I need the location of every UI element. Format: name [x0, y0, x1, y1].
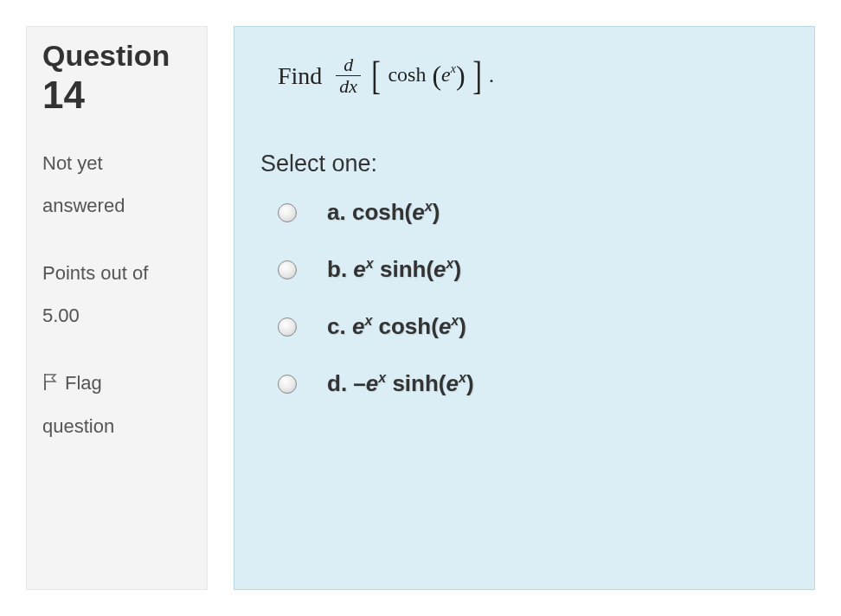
flag-line2: question [42, 415, 114, 437]
inner-base: e [441, 63, 451, 86]
points-line1: Points out of [42, 262, 148, 284]
flag-question-link[interactable]: Flag question [42, 363, 191, 448]
option-b[interactable]: b. ex sinh(ex) [278, 256, 788, 283]
select-one-label: Select one: [260, 151, 788, 177]
question-label: Question [42, 40, 191, 72]
option-d-text: d. –ex sinh(ex) [327, 370, 474, 397]
flag-icon [42, 364, 60, 406]
option-c[interactable]: c. ex cosh(ex) [278, 313, 788, 340]
question-number: 14 [42, 74, 191, 117]
points-info: Points out of 5.00 [42, 253, 191, 337]
function-name: cosh [388, 63, 426, 86]
option-c-text: c. ex cosh(ex) [327, 313, 466, 340]
frac-numerator: d [336, 55, 361, 76]
flag-line1: Flag [65, 372, 102, 394]
math-expression: cosh (ex) [388, 60, 465, 92]
radio-a[interactable] [278, 203, 297, 222]
question-sidebar: Question 14 Not yet answered Points out … [26, 26, 208, 590]
radio-c[interactable] [278, 318, 297, 337]
option-a-text: a. cosh(ex) [327, 199, 440, 226]
left-bracket: [ [371, 53, 381, 99]
option-a[interactable]: a. cosh(ex) [278, 199, 788, 226]
frac-denominator: dx [336, 76, 361, 97]
prompt-word: Find [278, 62, 322, 90]
radio-b[interactable] [278, 260, 297, 279]
option-b-text: b. ex sinh(ex) [327, 256, 461, 283]
answer-status: Not yet answered [42, 143, 191, 227]
option-list: a. cosh(ex) b. ex sinh(ex) c. ex cosh(ex… [260, 199, 788, 397]
derivative-fraction: d dx [336, 55, 361, 97]
status-line2: answered [42, 195, 125, 216]
question-prompt: Find d dx [ cosh (ex) ]. [260, 53, 788, 99]
status-line1: Not yet [42, 152, 103, 174]
right-bracket: ] [472, 53, 482, 99]
question-content: Find d dx [ cosh (ex) ]. Select one: a. … [234, 26, 815, 590]
points-line2: 5.00 [42, 305, 80, 326]
option-d[interactable]: d. –ex sinh(ex) [278, 370, 788, 397]
radio-d[interactable] [278, 375, 297, 394]
